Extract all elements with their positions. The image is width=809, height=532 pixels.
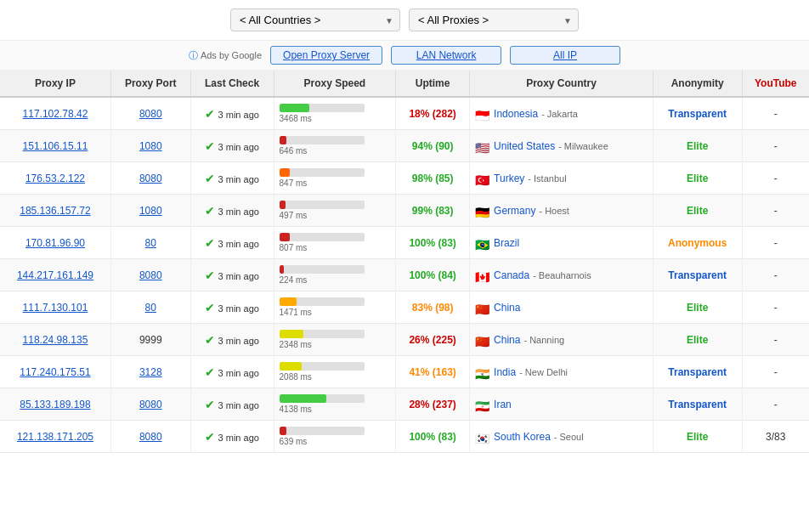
last-check-cell: ✔ 3 min ago (190, 388, 274, 421)
youtube-value: - (774, 140, 778, 152)
last-check-cell: ✔ 3 min ago (190, 130, 274, 162)
open-proxy-server-btn[interactable]: Open Proxy Server (270, 46, 382, 65)
country-link[interactable]: Turkey (494, 173, 524, 184)
check-ok-icon: ✔ (205, 139, 215, 153)
countries-select[interactable]: < All Countries > (230, 8, 400, 31)
proxy-ip-link[interactable]: 118.24.98.135 (23, 334, 88, 346)
anonymity-cell: Elite (653, 195, 742, 227)
youtube-value: - (774, 205, 778, 217)
country-link[interactable]: China (494, 302, 520, 314)
last-check-cell: ✔ 3 min ago (190, 421, 274, 453)
uptime-value: 99% (83) (412, 205, 454, 217)
country-wrap: 🇨🇦Canada - Beauharnois (475, 269, 648, 281)
proxy-ip-cell: 111.7.130.101 (0, 291, 110, 324)
proxy-ip-link[interactable]: 117.240.175.51 (20, 366, 90, 378)
last-check-cell: ✔ 3 min ago (190, 162, 274, 195)
proxy-port-link[interactable]: 8080 (139, 399, 162, 410)
speed-bar-bg (280, 330, 365, 338)
anonymity-value: Transparent (668, 366, 727, 378)
youtube-value: - (774, 334, 778, 346)
country-wrap: 🇮🇩Indonesia - Jakarta (475, 108, 648, 120)
country-link[interactable]: China (494, 334, 520, 346)
col-proxy-country: Proxy Country (470, 71, 653, 97)
country-link[interactable]: Germany (494, 205, 535, 217)
proxy-ip-link[interactable]: 170.81.96.90 (25, 237, 85, 249)
country-flag: 🇨🇳 (475, 335, 490, 345)
country-link[interactable]: United States (494, 140, 555, 152)
country-flag: 🇩🇪 (475, 206, 490, 216)
proxy-ip-cell: 121.138.171.205 (0, 421, 110, 453)
anonymity-cell: Anonymous (653, 227, 742, 259)
all-ip-btn[interactable]: All IP (510, 46, 620, 65)
country-link[interactable]: Indonesia (494, 108, 538, 120)
uptime-value: 94% (90) (412, 140, 454, 152)
col-last-check: Last Check (190, 71, 274, 97)
youtube-value: 3/83 (766, 431, 785, 443)
speed-cell: 1471 ms (274, 291, 396, 324)
speed-cell: 497 ms (274, 195, 396, 227)
proxy-port-link[interactable]: 1080 (139, 205, 162, 217)
country-link[interactable]: Brazil (494, 237, 519, 249)
proxy-port-link[interactable]: 8080 (139, 173, 162, 184)
proxy-ip-link[interactable]: 117.102.78.42 (23, 108, 88, 120)
speed-bar-wrap: 2088 ms (280, 362, 391, 382)
proxies-select-wrap[interactable]: < All Proxies > ▼ (409, 8, 579, 31)
anonymity-value: Elite (687, 173, 708, 184)
country-link[interactable]: South Korea (494, 431, 551, 443)
speed-ms-value: 646 ms (280, 146, 308, 156)
city-text: - Nanning (523, 335, 564, 345)
country-link[interactable]: India (494, 366, 516, 378)
countries-select-wrap[interactable]: < All Countries > ▼ (230, 8, 400, 31)
country-link[interactable]: Canada (494, 269, 529, 281)
country-link[interactable]: Iran (494, 399, 512, 410)
speed-cell: 224 ms (274, 259, 396, 291)
speed-bar-fill (280, 362, 302, 371)
proxy-port-link[interactable]: 8080 (139, 108, 162, 120)
proxy-port-link[interactable]: 8080 (139, 431, 162, 443)
proxy-ip-link[interactable]: 121.138.171.205 (17, 431, 93, 443)
proxy-port-link[interactable]: 80 (145, 302, 156, 314)
table-row: 111.7.130.10180✔ 3 min ago 1471 ms 83% (… (0, 291, 809, 324)
proxy-port-link[interactable]: 8080 (139, 269, 162, 281)
youtube-cell: - (742, 162, 809, 195)
country-flag: 🇨🇳 (475, 303, 490, 313)
table-row: 117.240.175.513128✔ 3 min ago 2088 ms 41… (0, 356, 809, 388)
speed-bar-fill (280, 168, 290, 177)
check-ok-icon: ✔ (205, 398, 215, 411)
lan-network-btn[interactable]: LAN Network (391, 46, 501, 65)
proxy-port-link[interactable]: 80 (145, 237, 156, 249)
proxies-select[interactable]: < All Proxies > (409, 8, 579, 31)
proxy-port-cell: 1080 (110, 195, 190, 227)
proxy-ip-link[interactable]: 185.136.157.72 (20, 205, 90, 217)
proxy-table: Proxy IP Proxy Port Last Check Proxy Spe… (0, 71, 809, 453)
proxy-ip-cell: 176.53.2.122 (0, 162, 110, 195)
speed-cell: 3468 ms (274, 97, 396, 130)
country-flag: 🇺🇸 (475, 141, 490, 151)
anonymity-cell: Elite (653, 291, 742, 324)
youtube-cell: - (742, 130, 809, 162)
speed-bar-fill (280, 427, 286, 435)
youtube-cell: - (742, 324, 809, 356)
country-wrap: 🇺🇸United States - Milwaukee (475, 140, 648, 152)
col-uptime: Uptime (396, 71, 470, 97)
check-ok-icon: ✔ (205, 236, 215, 250)
uptime-cell: 98% (85) (396, 162, 470, 195)
proxy-ip-link[interactable]: 176.53.2.122 (25, 173, 85, 184)
uptime-cell: 100% (84) (396, 259, 470, 291)
country-wrap: 🇮🇳India - New Delhi (475, 366, 648, 378)
proxy-ip-link[interactable]: 144.217.161.149 (17, 269, 93, 281)
country-cell: 🇨🇳China - Nanning (470, 324, 653, 356)
speed-bar-bg (280, 201, 365, 209)
speed-bar-wrap: 807 ms (280, 233, 391, 252)
uptime-value: 100% (83) (409, 237, 455, 249)
proxy-port-link[interactable]: 1080 (139, 140, 162, 152)
proxy-ip-link[interactable]: 111.7.130.101 (23, 302, 88, 314)
proxy-port-cell: 8080 (110, 421, 190, 453)
proxy-ip-link[interactable]: 151.106.15.11 (23, 140, 88, 152)
speed-bar-fill (280, 265, 284, 274)
city-text: - Jakarta (541, 109, 578, 119)
youtube-value: - (774, 399, 778, 410)
proxy-port-link[interactable]: 3128 (139, 366, 162, 378)
proxy-ip-link[interactable]: 85.133.189.198 (20, 399, 90, 410)
country-cell: 🇺🇸United States - Milwaukee (470, 130, 653, 162)
